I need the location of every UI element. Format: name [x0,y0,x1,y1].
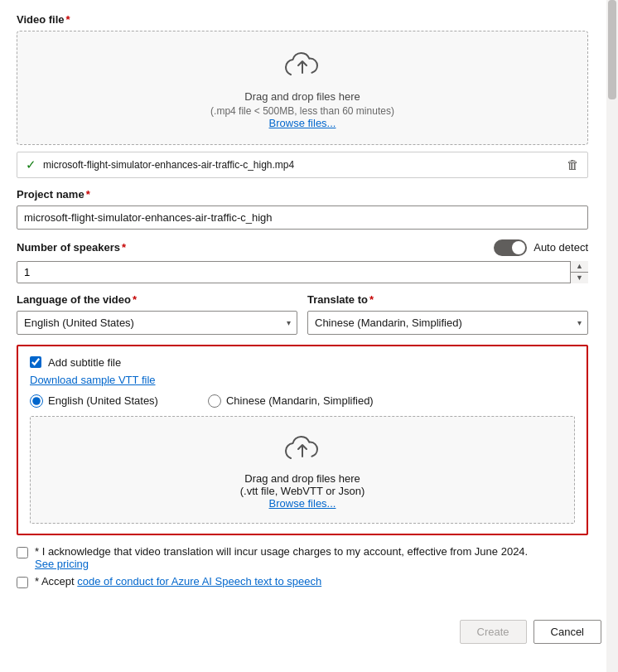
project-name-label: Project name* [17,188,588,201]
ack-text-2: * Accept code of conduct for Azure AI Sp… [35,575,321,587]
radio-chinese-input[interactable] [208,394,221,408]
subtitle-dropzone[interactable]: Drag and drop files here (.vtt file, Web… [30,416,575,524]
speakers-increment[interactable]: ▲ [571,261,588,273]
language-video-select-wrap: English (United States) Spanish French ▾ [17,311,297,335]
speakers-decrement[interactable]: ▼ [571,273,588,283]
translate-to-label: Translate to* [307,293,588,306]
uploaded-file-row: ✓ microsoft-flight-simulator-enhances-ai… [17,152,588,178]
scrollbar-thumb[interactable] [608,0,616,99]
create-button[interactable]: Create [460,620,527,644]
add-subtitle-label[interactable]: Add subtitle file [48,356,121,369]
cancel-button[interactable]: Cancel [534,620,601,644]
ack-checkbox-2[interactable] [17,577,28,588]
translate-to-select[interactable]: Chinese (Mandarin, Simplified) English (… [307,311,588,335]
acknowledgement-section: * I acknowledge that video translation w… [17,545,588,588]
scrollbar[interactable] [606,0,618,672]
language-video-label: Language of the video* [17,293,297,306]
language-video-select[interactable]: English (United States) Spanish French [17,311,297,335]
speakers-spinner: ▲ ▼ [17,261,588,283]
radio-english-input[interactable] [30,394,43,408]
video-file-dropzone[interactable]: Drag and drop files here (.mp4 file < 50… [17,31,588,145]
radio-chinese-label[interactable]: Chinese (Mandarin, Simplified) [226,394,374,407]
add-subtitle-checkbox[interactable] [30,356,41,368]
download-vtt-link[interactable]: Download sample VTT file [30,374,156,386]
footer-buttons: Create Cancel [0,610,618,657]
subtitle-section: Add subtitle file Download sample VTT fi… [17,345,588,535]
ack-row-1: * I acknowledge that video translation w… [17,545,588,570]
radio-chinese: Chinese (Mandarin, Simplified) [208,394,374,408]
auto-detect-toggle[interactable] [494,239,527,256]
coc-link[interactable]: code of conduct for Azure AI Speech text… [77,575,321,587]
speakers-label: Number of speakers* [17,241,494,254]
auto-detect-label: Auto detect [534,241,588,254]
dropzone-hint: (.mp4 file < 500MB, less than 60 minutes… [210,105,394,117]
file-check-icon: ✓ [26,157,36,172]
translate-to-select-wrap: Chinese (Mandarin, Simplified) English (… [307,311,588,335]
subtitle-browse-link[interactable]: Browse files... [269,497,336,510]
upload-icon [284,50,321,84]
ack-checkbox-1[interactable] [17,547,28,558]
video-file-label: Video file* [17,13,588,26]
project-name-input[interactable] [17,205,588,230]
delete-file-icon[interactable]: 🗑 [567,157,579,172]
subtitle-dropzone-hint: (.vtt file, WebVTT or Json) [240,485,365,497]
radio-english-label[interactable]: English (United States) [48,394,158,407]
browse-files-link[interactable]: Browse files... [269,117,336,129]
subtitle-language-row: English (United States) Chinese (Mandari… [30,394,575,408]
radio-english: English (United States) [30,394,158,408]
ack-row-2: * Accept code of conduct for Azure AI Sp… [17,575,588,588]
subtitle-dropzone-text: Drag and drop files here [244,472,360,485]
speakers-input[interactable] [17,261,588,283]
subtitle-upload-icon [284,433,321,467]
uploaded-file-name: microsoft-flight-simulator-enhances-air-… [43,159,560,171]
dropzone-main-text: Drag and drop files here [244,89,360,105]
see-pricing-link[interactable]: See pricing [35,558,89,570]
add-subtitle-row: Add subtitle file [30,356,575,369]
ack-text-1: * I acknowledge that video translation w… [35,545,528,570]
